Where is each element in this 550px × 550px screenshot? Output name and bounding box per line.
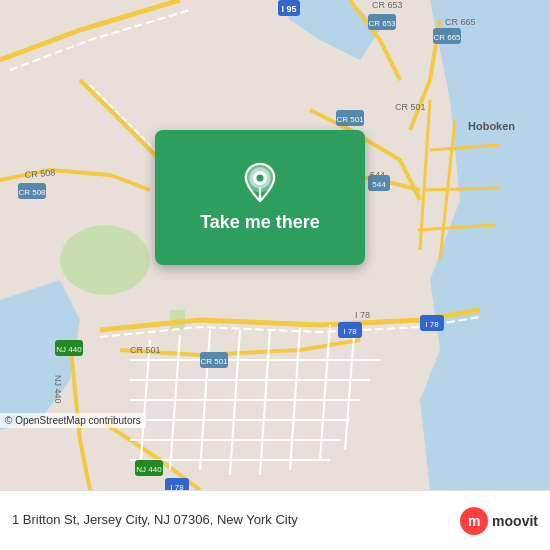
svg-text:I 78: I 78 <box>170 483 184 490</box>
svg-text:CR 665: CR 665 <box>433 33 461 42</box>
svg-text:I 78: I 78 <box>343 327 357 336</box>
svg-text:CR 508: CR 508 <box>18 188 46 197</box>
svg-text:CR 501: CR 501 <box>395 102 426 112</box>
svg-text:CR 653: CR 653 <box>372 0 403 10</box>
bottom-bar: 1 Britton St, Jersey City, NJ 07306, New… <box>0 490 550 550</box>
svg-text:I 95: I 95 <box>281 4 296 14</box>
svg-text:NJ 440: NJ 440 <box>56 345 82 354</box>
address-text: 1 Britton St, Jersey City, NJ 07306, New… <box>12 512 460 529</box>
svg-text:CR 665: CR 665 <box>445 17 476 27</box>
svg-point-4 <box>60 225 150 295</box>
moovit-icon: m <box>460 507 488 535</box>
svg-text:I 78: I 78 <box>425 320 439 329</box>
svg-text:CR 501: CR 501 <box>130 345 161 355</box>
svg-text:CR 653: CR 653 <box>368 19 396 28</box>
cta-label: Take me there <box>200 212 320 233</box>
location-pin-icon <box>240 162 280 202</box>
svg-text:544: 544 <box>372 180 386 189</box>
svg-text:NJ 440: NJ 440 <box>53 375 63 404</box>
svg-text:Hoboken: Hoboken <box>468 120 515 132</box>
svg-line-23 <box>425 188 500 190</box>
moovit-logo: m moovit <box>460 507 538 535</box>
svg-text:NJ 440: NJ 440 <box>136 465 162 474</box>
take-me-there-button[interactable]: Take me there <box>155 130 365 265</box>
svg-text:CR 501: CR 501 <box>200 357 228 366</box>
svg-text:I 78: I 78 <box>355 310 370 320</box>
osm-attribution: © OpenStreetMap contributors <box>0 413 146 428</box>
map-container: CR 508 CR 653 CR 665 CR 501 544 I 78 NJ … <box>0 0 550 490</box>
svg-text:CR 501: CR 501 <box>336 115 364 124</box>
moovit-text: moovit <box>492 513 538 529</box>
svg-point-63 <box>256 174 263 181</box>
